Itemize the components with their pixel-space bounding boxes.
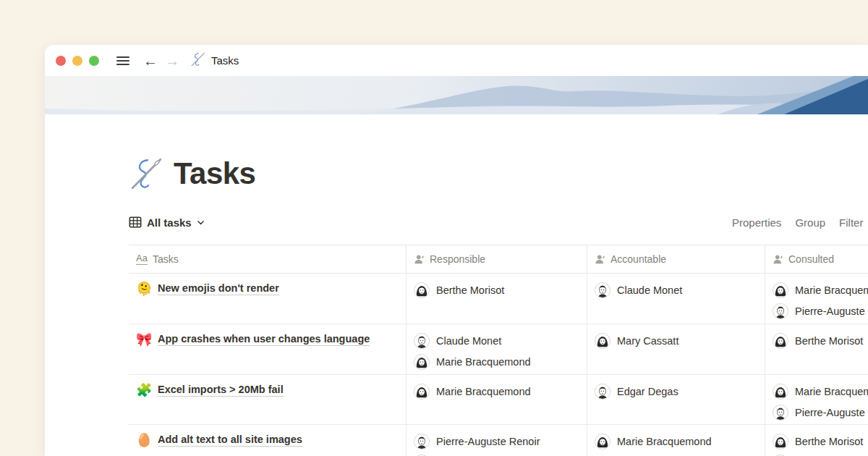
column-label: Responsible bbox=[430, 253, 485, 265]
column-header-accountable[interactable]: Accountable bbox=[587, 245, 765, 273]
minimize-window-button[interactable] bbox=[72, 56, 82, 66]
person-chip[interactable]: Berthe Morisot bbox=[773, 330, 868, 351]
avatar bbox=[414, 354, 430, 370]
task-title-cell[interactable]: 🥚Add alt text to all site images bbox=[129, 425, 407, 456]
person-name: Marie Bracquemond bbox=[617, 436, 712, 447]
person-chip[interactable]: Berthe Morisot bbox=[773, 431, 868, 452]
sidebar-menu-button[interactable] bbox=[114, 51, 132, 70]
avatar bbox=[414, 434, 430, 449]
person-chip[interactable]: Pierre-Auguste Renoir bbox=[773, 402, 868, 423]
accountable-cell[interactable]: Marie Bracquemond bbox=[587, 425, 765, 456]
person-name: Claude Monet bbox=[617, 284, 682, 296]
avatar bbox=[595, 282, 610, 298]
zoom-window-button[interactable] bbox=[89, 56, 99, 66]
back-button[interactable]: ← bbox=[141, 51, 160, 70]
accountable-cell[interactable]: Claude Monet bbox=[587, 274, 765, 324]
responsible-cell[interactable]: Marie Bracquemond bbox=[407, 375, 587, 424]
task-title-link[interactable]: Add alt text to all site images bbox=[158, 434, 302, 447]
person-chip[interactable]: Pierre-Auguste Renoir bbox=[773, 300, 868, 321]
avatar bbox=[773, 282, 788, 298]
forward-button[interactable]: → bbox=[163, 51, 182, 70]
task-title-cell[interactable]: 🎀App crashes when user changes language bbox=[129, 324, 407, 374]
notion-window: ← → Tasks bbox=[45, 45, 868, 456]
person-chip[interactable]: Marie Bracquemond bbox=[595, 431, 757, 452]
traffic-lights bbox=[56, 56, 99, 66]
task-emoji-icon: 🧩 bbox=[136, 382, 152, 398]
person-name: Pierre-Auguste Renoir bbox=[436, 436, 540, 447]
person-name: Marie Bracquemond bbox=[436, 386, 531, 397]
task-emoji-icon: 🎀 bbox=[136, 332, 152, 347]
view-selector[interactable]: All tasks bbox=[129, 216, 205, 229]
task-title-link[interactable]: Excel imports > 20Mb fail bbox=[158, 384, 284, 397]
person-chip[interactable] bbox=[414, 452, 579, 456]
chevron-down-icon bbox=[197, 219, 205, 227]
consulted-cell[interactable]: Marie BracquemondPierre-Auguste Renoir bbox=[765, 274, 868, 324]
needle-icon[interactable] bbox=[129, 156, 165, 192]
table-row: 🎀App crashes when user changes languageC… bbox=[129, 324, 868, 375]
view-action-filter[interactable]: Filter bbox=[839, 216, 863, 229]
person-chip[interactable]: Marie Bracquemond bbox=[414, 351, 579, 372]
view-action-group[interactable]: Group bbox=[795, 216, 825, 229]
responsible-cell[interactable]: Pierre-Auguste Renoir bbox=[407, 425, 587, 456]
person-property-icon bbox=[773, 254, 783, 265]
hamburger-icon bbox=[116, 54, 129, 67]
column-label: Accountable bbox=[610, 253, 666, 265]
avatar bbox=[414, 333, 430, 349]
person-name: Edgar Degas bbox=[617, 386, 678, 397]
column-header-responsible[interactable]: Responsible bbox=[407, 245, 587, 273]
column-header-tasks[interactable]: AaTasks bbox=[129, 245, 407, 273]
view-bar: All tasks PropertiesGroupFilter bbox=[129, 211, 868, 234]
task-emoji-icon: 🫠 bbox=[136, 281, 152, 297]
person-chip[interactable]: Marie Bracquemond bbox=[773, 381, 868, 402]
person-chip[interactable]: Marie Bracquemond bbox=[773, 279, 868, 300]
person-name: Berthe Morisot bbox=[795, 335, 863, 347]
view-actions: PropertiesGroupFilter bbox=[732, 211, 863, 234]
person-chip[interactable]: Pierre-Auguste Renoir bbox=[414, 431, 579, 452]
consulted-cell[interactable]: Marie BracquemondPierre-Auguste Renoir bbox=[765, 375, 868, 424]
avatar bbox=[595, 384, 610, 400]
page-title[interactable]: Tasks bbox=[174, 156, 255, 191]
task-emoji-icon: 🥚 bbox=[136, 432, 152, 448]
task-title-link[interactable]: New emojis don't render bbox=[158, 282, 279, 295]
avatar bbox=[773, 405, 788, 421]
table-header: AaTasksResponsibleAccountableConsulted bbox=[129, 245, 868, 274]
person-chip[interactable]: Berthe Morisot bbox=[414, 279, 579, 300]
person-chip[interactable]: Edgar Degas bbox=[595, 381, 757, 402]
task-title-cell[interactable]: 🫠New emojis don't render bbox=[129, 274, 407, 324]
person-name: Berthe Morisot bbox=[436, 284, 504, 296]
person-name: Marie Bracquemond bbox=[436, 356, 531, 368]
view-name: All tasks bbox=[147, 216, 192, 229]
close-window-button[interactable] bbox=[56, 56, 66, 66]
person-name: Marie Bracquemond bbox=[795, 386, 868, 397]
person-chip[interactable]: Mary Cassatt bbox=[595, 330, 757, 351]
avatar bbox=[595, 434, 610, 449]
task-title-cell[interactable]: 🧩Excel imports > 20Mb fail bbox=[129, 375, 407, 424]
person-chip[interactable]: Claude Monet bbox=[414, 330, 579, 351]
responsible-cell[interactable]: Claude MonetMarie Bracquemond bbox=[407, 324, 587, 374]
arrow-right-icon: → bbox=[165, 54, 179, 68]
avatar bbox=[414, 384, 430, 400]
consulted-cell[interactable]: Berthe Morisot bbox=[765, 425, 868, 456]
avatar bbox=[773, 333, 788, 349]
text-property-icon: Aa bbox=[136, 253, 148, 264]
accountable-cell[interactable]: Edgar Degas bbox=[587, 375, 765, 424]
page-content: Tasks All tasks PropertiesGroupFilter Aa… bbox=[45, 156, 868, 456]
table-row: 🫠New emojis don't renderBerthe MorisotCl… bbox=[129, 274, 868, 324]
person-chip[interactable] bbox=[773, 452, 868, 456]
person-property-icon bbox=[414, 254, 425, 265]
person-chip[interactable]: Claude Monet bbox=[595, 279, 757, 300]
window-titlebar: ← → Tasks bbox=[45, 45, 868, 76]
responsible-cell[interactable]: Berthe Morisot bbox=[407, 274, 587, 324]
view-action-properties[interactable]: Properties bbox=[732, 216, 781, 229]
accountable-cell[interactable]: Mary Cassatt bbox=[587, 324, 765, 374]
consulted-cell[interactable]: Berthe Morisot bbox=[765, 324, 868, 374]
task-title-link[interactable]: App crashes when user changes language bbox=[158, 333, 370, 346]
person-property-icon bbox=[595, 254, 605, 265]
table-view-icon bbox=[129, 216, 142, 229]
person-name: Mary Cassatt bbox=[617, 335, 678, 347]
person-chip[interactable]: Marie Bracquemond bbox=[414, 381, 579, 402]
avatar bbox=[773, 303, 788, 319]
breadcrumb[interactable]: Tasks bbox=[190, 51, 239, 70]
table-row: 🥚Add alt text to all site imagesPierre-A… bbox=[129, 425, 868, 456]
column-header-consulted[interactable]: Consulted bbox=[765, 245, 868, 273]
